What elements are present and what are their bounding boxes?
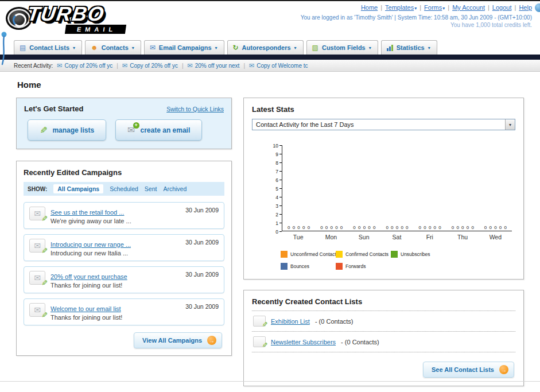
recent-activity-item[interactable]: ✉20% off your next bbox=[188, 62, 240, 69]
campaign-envelope-icon: ✉✎ bbox=[29, 239, 45, 253]
y-tick-label: 0 bbox=[275, 229, 282, 234]
activity-item-label: Copy of 20% off yc bbox=[65, 63, 113, 69]
chart-value-labels: 0 0 0 0 0 bbox=[282, 145, 315, 231]
filter-all-campaigns[interactable]: All Campaigns bbox=[53, 184, 103, 193]
autoresponder-icon: ↻ bbox=[233, 44, 239, 51]
contact-list-detail: - (0 Contacts) bbox=[315, 318, 353, 325]
see-all-contact-lists-label: See All Contact Lists bbox=[432, 366, 494, 373]
chevron-down-icon: ▾ bbox=[215, 45, 217, 51]
y-tick-label: 10 bbox=[273, 143, 282, 148]
legend-label: Forwards bbox=[345, 263, 366, 269]
envelope-icon: ✉ bbox=[57, 62, 62, 69]
campaign-subtitle: Thanks for joining our list! bbox=[50, 282, 219, 289]
contact-lists-icon: ▤ bbox=[20, 44, 26, 51]
y-tick-label: 3 bbox=[275, 203, 282, 208]
chevron-down-icon: ▾ bbox=[369, 45, 371, 51]
main-navigation: ▤ Contact Lists ▾ ☻ Contacts ▾ ✉ Email C… bbox=[0, 37, 540, 55]
legend-swatch bbox=[336, 263, 343, 270]
campaign-date: 30 Jun 2009 bbox=[185, 239, 219, 246]
recent-activity-item[interactable]: ✉Copy of 20% off yc bbox=[57, 62, 112, 69]
campaign-list: ✉✎ See us at the retail food ... We're g… bbox=[24, 202, 224, 325]
tab-contacts[interactable]: ☻ Contacts ▾ bbox=[85, 40, 141, 55]
tab-label: Autoresponders bbox=[242, 44, 291, 51]
campaign-envelope-icon: ✉✎ bbox=[29, 271, 45, 285]
nav-link-help[interactable]: Help bbox=[519, 4, 532, 11]
arrow-right-icon: → bbox=[499, 365, 508, 374]
tab-email-campaigns[interactable]: ✉ Email Campaigns ▾ bbox=[144, 40, 224, 55]
legend-item: Bounces bbox=[281, 263, 336, 270]
chart-value-labels: 0 0 0 0 0 bbox=[380, 145, 413, 231]
nav-link-templates[interactable]: Templates bbox=[385, 4, 414, 11]
header: TURBO EMAIL HomeTemplates▾Forms▾My Accou… bbox=[0, 1, 540, 37]
tab-autoresponders[interactable]: ↻ Autoresponders ▾ bbox=[227, 40, 304, 55]
campaign-date: 30 Jun 2009 bbox=[185, 303, 219, 310]
filter-sent[interactable]: Sent bbox=[145, 185, 157, 192]
login-status-text: You are logged in as 'Timothy Smith' | S… bbox=[301, 14, 532, 21]
see-all-contact-lists-button[interactable]: See All Contact Lists → bbox=[423, 362, 514, 378]
y-tick-label: 4 bbox=[275, 195, 282, 200]
contact-list-link[interactable]: Exhibition List bbox=[271, 318, 310, 325]
envelope-icon: ✉ bbox=[249, 62, 254, 69]
campaign-subtitle: We're giving away our late ... bbox=[50, 218, 219, 224]
tab-label: Custom Fields bbox=[322, 44, 366, 51]
legend-swatch bbox=[281, 263, 288, 270]
list-pencil-icon: ✎ bbox=[253, 336, 266, 347]
legend-swatch bbox=[391, 251, 398, 258]
x-tick-label: Sat bbox=[380, 234, 413, 240]
y-tick-label: 6 bbox=[275, 177, 282, 183]
chart-value-labels: 0 0 0 0 0 bbox=[446, 145, 479, 231]
pencil-icon: ✎ bbox=[40, 247, 49, 254]
tab-label: Contact Lists bbox=[29, 44, 69, 51]
pencil-icon: ✎ bbox=[38, 126, 49, 134]
nav-link-forms[interactable]: Forms bbox=[424, 4, 442, 11]
tab-custom-fields[interactable]: ▨ Custom Fields ▾ bbox=[306, 40, 378, 55]
campaign-link[interactable]: See us at the retail food ... bbox=[50, 209, 124, 216]
contact-list-link[interactable]: Newsletter Subscribers bbox=[271, 339, 336, 346]
chevron-down-icon: ▾ bbox=[428, 45, 430, 51]
separator bbox=[445, 4, 452, 11]
filter-scheduled[interactable]: Scheduled bbox=[110, 185, 138, 192]
logo-text-primary: TURBO bbox=[26, 2, 106, 25]
x-tick-label: Wed bbox=[479, 234, 512, 240]
recent-activity-item[interactable]: ✉Copy of Welcome tc bbox=[249, 62, 308, 69]
legend-item: Unsubscribes bbox=[391, 251, 446, 258]
view-all-campaigns-button[interactable]: View All Campaigns → bbox=[134, 332, 222, 348]
manage-lists-button[interactable]: ✎ manage lists bbox=[28, 119, 106, 141]
nav-divider-bar bbox=[0, 55, 540, 60]
credits-text: You have 1,000 total credits left. bbox=[301, 22, 532, 28]
tab-label: Email Campaigns bbox=[159, 44, 212, 51]
campaign-link[interactable]: Introducing our new range ... bbox=[50, 241, 131, 248]
tab-contact-lists[interactable]: ▤ Contact Lists ▾ bbox=[14, 40, 82, 55]
view-all-campaigns-label: View All Campaigns bbox=[142, 337, 202, 344]
legend-label: Unconfirmed Contacts bbox=[290, 251, 339, 257]
chart-value-labels: 0 0 0 0 0 bbox=[414, 145, 446, 231]
logo-text-secondary: EMAIL bbox=[65, 25, 126, 34]
campaign-date: 30 Jun 2009 bbox=[185, 207, 219, 214]
nav-link-my-account[interactable]: My Account bbox=[452, 4, 485, 11]
statistics-icon bbox=[387, 45, 393, 51]
tab-statistics[interactable]: Statistics ▾ bbox=[381, 40, 437, 55]
campaign-envelope-icon: ✉✎ bbox=[29, 207, 45, 220]
chart-value-labels: 0 0 0 0 0 bbox=[348, 145, 380, 231]
x-tick-label: Thu bbox=[446, 234, 479, 240]
stats-period-select[interactable]: Contact Activity for the Last 7 Days ▾ bbox=[252, 119, 515, 130]
filter-archived[interactable]: Archived bbox=[163, 185, 187, 192]
campaign-link[interactable]: Welcome to our email list bbox=[50, 305, 121, 312]
recently-edited-campaigns-panel: Recently Edited Campaigns SHOW: All Camp… bbox=[16, 161, 232, 356]
y-tick-label: 9 bbox=[275, 152, 282, 157]
recent-activity-item[interactable]: ✉Copy of 20% off yc bbox=[122, 62, 178, 69]
y-tick-label: 8 bbox=[275, 160, 282, 165]
campaign-row: ✉✎ See us at the retail food ... We're g… bbox=[24, 202, 224, 229]
legend-item: Unconfirmed Contacts bbox=[281, 251, 336, 258]
contact-lists-panel-title: Recently Created Contact Lists bbox=[252, 297, 515, 311]
chevron-down-icon: ▾ bbox=[73, 45, 75, 51]
chart-plot-area: 0 0 0 0 00 0 0 0 00 0 0 0 00 0 0 0 00 0 … bbox=[282, 145, 512, 231]
nav-link-home[interactable]: Home bbox=[361, 4, 378, 11]
campaign-link[interactable]: 20% off your next purchase bbox=[50, 273, 127, 280]
campaign-row: ✉✎ Introducing our new range ... Introdu… bbox=[24, 234, 224, 261]
chevron-down-icon: ▾ bbox=[132, 45, 134, 51]
create-email-button[interactable]: ✉+ create an email bbox=[115, 119, 202, 141]
switch-to-quick-links[interactable]: Switch to Quick Links bbox=[166, 106, 224, 112]
nav-link-logout[interactable]: Logout bbox=[492, 4, 512, 11]
legend-swatch bbox=[281, 251, 288, 258]
